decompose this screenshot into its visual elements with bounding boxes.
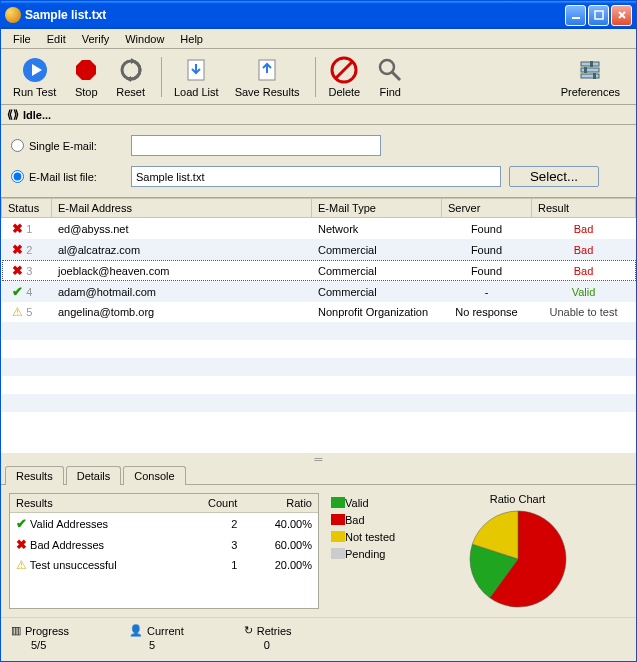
col-type[interactable]: E-Mail Type: [312, 199, 442, 218]
table-row[interactable]: ⚠ 5 angelina@tomb.orgNonprofit Organizat…: [2, 302, 636, 322]
table-row[interactable]: ✖ 2 al@alcatraz.comCommercialFound Bad: [2, 239, 636, 260]
tab-console[interactable]: Console: [123, 466, 185, 485]
svg-rect-11: [581, 68, 599, 72]
svg-point-8: [380, 60, 394, 74]
svg-rect-15: [593, 73, 596, 79]
current-icon: 👤: [129, 624, 143, 637]
retries-value: 0: [244, 639, 292, 651]
save-icon: [253, 56, 281, 84]
titlebar: Sample list.txt: [1, 1, 636, 29]
svg-line-9: [392, 72, 400, 80]
listfile-input[interactable]: [131, 166, 501, 187]
menu-help[interactable]: Help: [172, 31, 211, 47]
listfile-radio[interactable]: E-Mail list file:: [11, 170, 131, 183]
reset-button[interactable]: Reset: [110, 54, 151, 100]
menu-window[interactable]: Window: [117, 31, 172, 47]
col-result[interactable]: Result: [532, 199, 636, 218]
maximize-button[interactable]: [588, 5, 609, 26]
svg-rect-13: [590, 61, 593, 67]
activity-icon: ⟪⟫: [7, 108, 19, 121]
tabs: Results Details Console: [1, 461, 636, 484]
current-value: 5: [129, 639, 184, 651]
load-icon: [182, 56, 210, 84]
single-email-input[interactable]: [131, 135, 381, 156]
menubar: File Edit Verify Window Help: [1, 29, 636, 49]
svg-rect-14: [584, 67, 587, 73]
status-text: Idle...: [23, 109, 51, 121]
svg-line-7: [336, 62, 352, 78]
footer-stats: ▥Progress 5/5 👤Current 5 ↻Retries 0: [1, 617, 636, 661]
chart-title: Ratio Chart: [490, 493, 546, 505]
input-area: Single E-mail: E-Mail list file: Select.…: [1, 125, 636, 198]
stop-icon: [72, 56, 100, 84]
ratio-chart: [468, 509, 568, 609]
email-table[interactable]: Status E-Mail Address E-Mail Type Server…: [1, 198, 636, 453]
status-line: ⟪⟫ Idle...: [1, 105, 636, 125]
delete-button[interactable]: Delete: [322, 54, 366, 100]
menu-verify[interactable]: Verify: [74, 31, 118, 47]
progress-value: 5/5: [11, 639, 69, 651]
tab-details[interactable]: Details: [66, 466, 122, 485]
play-icon: [21, 56, 49, 84]
retries-icon: ↻: [244, 624, 253, 637]
stop-button[interactable]: Stop: [66, 54, 106, 100]
preferences-icon: [576, 56, 604, 84]
reset-icon: [117, 56, 145, 84]
saveresults-button[interactable]: Save Results: [229, 54, 306, 100]
menu-edit[interactable]: Edit: [39, 31, 74, 47]
preferences-button[interactable]: Preferences: [555, 54, 626, 100]
close-button[interactable]: [611, 5, 632, 26]
select-button[interactable]: Select...: [509, 166, 599, 187]
menu-file[interactable]: File: [5, 31, 39, 47]
app-icon: [5, 7, 21, 23]
svg-rect-12: [581, 74, 599, 78]
minimize-button[interactable]: [565, 5, 586, 26]
loadlist-button[interactable]: Load List: [168, 54, 225, 100]
col-email[interactable]: E-Mail Address: [52, 199, 312, 218]
progress-icon: ▥: [11, 624, 21, 637]
col-server[interactable]: Server: [442, 199, 532, 218]
results-panel: Results Count Ratio ✔ Valid Addresses240…: [1, 484, 636, 617]
svg-marker-3: [76, 60, 96, 80]
runtest-button[interactable]: Run Test: [7, 54, 62, 100]
table-row[interactable]: ✔ 4 adam@hotmail.comCommercial- Valid: [2, 281, 636, 302]
col-status[interactable]: Status: [2, 199, 52, 218]
table-row[interactable]: ✖ 1 ed@abyss.netNetworkFound Bad: [2, 218, 636, 240]
results-summary-table: Results Count Ratio ✔ Valid Addresses240…: [9, 493, 319, 609]
window-title: Sample list.txt: [25, 8, 106, 22]
find-icon: [376, 56, 404, 84]
toolbar: Run Test Stop Reset Load List Save Resul…: [1, 49, 636, 105]
table-row[interactable]: ✖ 3 joeblack@heaven.comCommercialFound B…: [2, 260, 636, 281]
tab-results[interactable]: Results: [5, 466, 64, 485]
chart-legend: Valid Bad Not tested Pending: [331, 493, 395, 609]
splitter[interactable]: ═: [1, 453, 636, 461]
svg-rect-0: [572, 17, 580, 19]
delete-icon: [330, 56, 358, 84]
svg-rect-1: [595, 11, 603, 19]
find-button[interactable]: Find: [370, 54, 410, 100]
single-email-radio[interactable]: Single E-mail:: [11, 139, 131, 152]
